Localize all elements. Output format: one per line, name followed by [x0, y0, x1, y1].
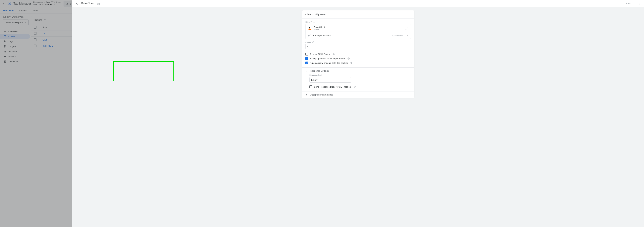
checkbox-prolong-cookies[interactable]: Automatically prolong Data Tag cookies [305, 61, 411, 65]
folder-icon[interactable] [97, 2, 100, 5]
checkbox-send-body-get[interactable]: Send Response Body for GET request [310, 84, 411, 89]
svg-rect-22 [308, 27, 311, 27]
priority-field[interactable]: 0 [305, 44, 339, 49]
help-icon[interactable] [348, 57, 350, 60]
svg-point-19 [639, 2, 640, 3]
priority-label: Priority [305, 41, 311, 44]
response-settings-toggle[interactable]: Response Settings [302, 68, 414, 74]
svg-point-24 [308, 35, 310, 36]
client-configuration-card: Client Configuration Client Type Data Cl… [302, 10, 414, 98]
help-icon[interactable] [332, 53, 335, 55]
response-body-label: Response Body [310, 74, 411, 76]
more-icon[interactable] [637, 2, 641, 6]
checkbox-expose-fpid[interactable]: Expose FPID Cookie [305, 52, 411, 56]
chevron-down-icon [305, 70, 308, 72]
chevron-right-icon [406, 34, 408, 37]
help-icon[interactable] [354, 86, 356, 88]
svg-point-21 [639, 4, 640, 5]
edit-icon[interactable] [405, 27, 408, 30]
svg-point-30 [348, 59, 349, 59]
chevron-right-icon [305, 94, 308, 96]
response-settings-section: Response Settings Response Body Empty Se… [302, 68, 414, 91]
accepted-path-toggle[interactable]: Accepted Path Settings [302, 92, 414, 98]
panel-title[interactable]: Data Client [81, 2, 94, 6]
checkbox-icon[interactable] [305, 57, 308, 60]
checkbox-generate-client-id[interactable]: Always generate client_id parameter [305, 56, 411, 61]
help-icon[interactable] [312, 41, 314, 44]
svg-point-26 [313, 43, 314, 43]
svg-rect-23 [308, 29, 311, 30]
client-type-selector[interactable]: Data Client Stape [306, 24, 411, 32]
checkbox-icon[interactable] [305, 62, 308, 64]
key-icon [308, 34, 311, 37]
checkbox-icon[interactable] [305, 53, 308, 56]
app-root: Tag Manager All accounts › Stape GTM Dem… [0, 0, 644, 227]
client-permissions-row[interactable]: Client permissions 6 permissions [306, 32, 411, 39]
config-title: Client Configuration [302, 10, 414, 19]
checkbox-icon[interactable] [310, 86, 312, 88]
response-body-select[interactable]: Empty [310, 77, 351, 82]
client-type-label: Client Type [305, 21, 411, 23]
save-button[interactable]: Save [623, 1, 634, 6]
accepted-path-section: Accepted Path Settings [302, 91, 414, 98]
help-icon[interactable] [350, 62, 352, 64]
caret-down-icon [348, 79, 349, 81]
stape-logo-icon [308, 26, 312, 30]
svg-point-20 [639, 3, 640, 4]
client-editor-panel: Data Client Save Client Configuration Cl… [72, 0, 644, 227]
close-icon[interactable] [75, 2, 78, 6]
